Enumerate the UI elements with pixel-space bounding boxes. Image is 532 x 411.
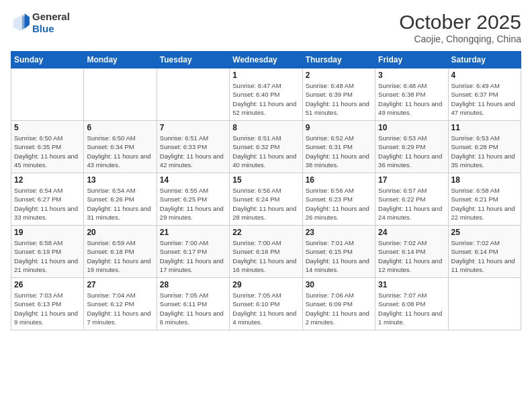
day-info: Sunrise: 6:56 AM Sunset: 6:24 PM Dayligh… <box>232 186 299 222</box>
day-cell: 10Sunrise: 6:53 AM Sunset: 6:29 PM Dayli… <box>375 121 448 173</box>
day-number: 22 <box>232 228 299 237</box>
day-number: 5 <box>14 123 81 132</box>
day-info: Sunrise: 7:05 AM Sunset: 6:10 PM Dayligh… <box>232 291 299 326</box>
day-cell: 25Sunrise: 7:02 AM Sunset: 6:14 PM Dayli… <box>448 226 521 278</box>
day-info: Sunrise: 7:04 AM Sunset: 6:12 PM Dayligh… <box>87 291 153 326</box>
day-cell: 20Sunrise: 6:59 AM Sunset: 6:18 PM Dayli… <box>84 226 157 278</box>
day-info: Sunrise: 6:49 AM Sunset: 6:37 PM Dayligh… <box>451 81 518 117</box>
day-info: Sunrise: 7:01 AM Sunset: 6:15 PM Dayligh… <box>306 238 372 274</box>
day-number: 6 <box>87 123 153 132</box>
day-number: 1 <box>232 71 299 80</box>
day-info: Sunrise: 6:53 AM Sunset: 6:28 PM Dayligh… <box>451 134 518 169</box>
day-header-saturday: Saturday <box>448 52 521 68</box>
day-info: Sunrise: 6:53 AM Sunset: 6:29 PM Dayligh… <box>378 134 445 169</box>
day-number: 16 <box>306 175 372 185</box>
day-cell: 11Sunrise: 6:53 AM Sunset: 6:28 PM Dayli… <box>448 121 521 173</box>
day-cell: 31Sunrise: 7:07 AM Sunset: 6:08 PM Dayli… <box>375 278 448 330</box>
day-number: 11 <box>451 123 518 132</box>
day-info: Sunrise: 6:51 AM Sunset: 6:33 PM Dayligh… <box>160 134 226 169</box>
day-cell: 28Sunrise: 7:05 AM Sunset: 6:11 PM Dayli… <box>157 278 229 330</box>
day-header-wednesday: Wednesday <box>230 52 302 68</box>
day-number: 26 <box>14 280 81 289</box>
day-info: Sunrise: 7:06 AM Sunset: 6:09 PM Dayligh… <box>306 291 372 326</box>
day-cell: 1Sunrise: 6:47 AM Sunset: 6:40 PM Daylig… <box>230 68 302 121</box>
day-number: 30 <box>306 280 372 289</box>
calendar-table: SundayMondayTuesdayWednesdayThursdayFrid… <box>11 51 521 330</box>
week-row-1: 5Sunrise: 6:50 AM Sunset: 6:35 PM Daylig… <box>11 121 521 173</box>
day-cell: 13Sunrise: 6:54 AM Sunset: 6:26 PM Dayli… <box>84 173 157 226</box>
day-number: 17 <box>378 175 445 185</box>
subtitle: Caojie, Chongqing, China <box>399 34 521 44</box>
week-row-2: 12Sunrise: 6:54 AM Sunset: 6:27 PM Dayli… <box>11 173 521 226</box>
day-number: 24 <box>378 228 445 237</box>
day-info: Sunrise: 6:51 AM Sunset: 6:32 PM Dayligh… <box>232 134 299 169</box>
day-cell <box>448 278 521 330</box>
day-info: Sunrise: 6:50 AM Sunset: 6:34 PM Dayligh… <box>87 134 153 169</box>
week-row-3: 19Sunrise: 6:58 AM Sunset: 6:19 PM Dayli… <box>11 226 521 278</box>
day-cell: 16Sunrise: 6:56 AM Sunset: 6:23 PM Dayli… <box>302 173 375 226</box>
day-cell: 29Sunrise: 7:05 AM Sunset: 6:10 PM Dayli… <box>230 278 302 330</box>
day-number: 21 <box>160 228 226 237</box>
day-header-monday: Monday <box>84 52 157 68</box>
day-cell: 15Sunrise: 6:56 AM Sunset: 6:24 PM Dayli… <box>230 173 302 226</box>
day-info: Sunrise: 7:02 AM Sunset: 6:14 PM Dayligh… <box>378 238 445 274</box>
header: General Blue October 2025 Caojie, Chongq… <box>11 11 521 44</box>
day-info: Sunrise: 6:52 AM Sunset: 6:31 PM Dayligh… <box>306 134 372 169</box>
day-cell <box>11 68 84 121</box>
day-number: 9 <box>306 123 372 132</box>
month-title: October 2025 <box>399 11 521 34</box>
logo-line1: General <box>32 11 70 23</box>
day-number: 12 <box>14 175 81 185</box>
day-cell <box>157 68 229 121</box>
day-cell: 23Sunrise: 7:01 AM Sunset: 6:15 PM Dayli… <box>302 226 375 278</box>
day-info: Sunrise: 7:02 AM Sunset: 6:14 PM Dayligh… <box>451 238 518 274</box>
day-number: 3 <box>378 71 445 80</box>
day-number: 28 <box>160 280 226 289</box>
day-info: Sunrise: 6:48 AM Sunset: 6:38 PM Dayligh… <box>378 81 445 117</box>
day-cell: 14Sunrise: 6:55 AM Sunset: 6:25 PM Dayli… <box>157 173 229 226</box>
day-number: 15 <box>232 175 299 185</box>
day-info: Sunrise: 6:54 AM Sunset: 6:26 PM Dayligh… <box>87 186 153 222</box>
day-info: Sunrise: 6:59 AM Sunset: 6:18 PM Dayligh… <box>87 238 153 274</box>
day-number: 27 <box>87 280 153 289</box>
day-info: Sunrise: 7:03 AM Sunset: 6:13 PM Dayligh… <box>14 291 81 326</box>
day-header-tuesday: Tuesday <box>157 52 229 68</box>
calendar-body: 1Sunrise: 6:47 AM Sunset: 6:40 PM Daylig… <box>11 68 521 330</box>
day-info: Sunrise: 6:54 AM Sunset: 6:27 PM Dayligh… <box>14 186 81 222</box>
day-info: Sunrise: 6:55 AM Sunset: 6:25 PM Dayligh… <box>160 186 226 222</box>
day-cell: 3Sunrise: 6:48 AM Sunset: 6:38 PM Daylig… <box>375 68 448 121</box>
day-number: 7 <box>160 123 226 132</box>
logo-line2: Blue <box>32 23 70 35</box>
day-number: 14 <box>160 175 226 185</box>
day-number: 31 <box>378 280 445 289</box>
day-number: 20 <box>87 228 153 237</box>
day-number: 10 <box>378 123 445 132</box>
day-number: 8 <box>232 123 299 132</box>
week-row-0: 1Sunrise: 6:47 AM Sunset: 6:40 PM Daylig… <box>11 68 521 121</box>
day-cell: 8Sunrise: 6:51 AM Sunset: 6:32 PM Daylig… <box>230 121 302 173</box>
day-info: Sunrise: 7:00 AM Sunset: 6:17 PM Dayligh… <box>160 238 226 274</box>
day-cell: 24Sunrise: 7:02 AM Sunset: 6:14 PM Dayli… <box>375 226 448 278</box>
day-cell: 22Sunrise: 7:00 AM Sunset: 6:16 PM Dayli… <box>230 226 302 278</box>
day-number: 2 <box>306 71 372 80</box>
day-number: 4 <box>451 71 518 80</box>
logo: General Blue <box>11 11 70 35</box>
day-cell: 6Sunrise: 6:50 AM Sunset: 6:34 PM Daylig… <box>84 121 157 173</box>
calendar-header: SundayMondayTuesdayWednesdayThursdayFrid… <box>11 52 521 68</box>
day-cell: 7Sunrise: 6:51 AM Sunset: 6:33 PM Daylig… <box>157 121 229 173</box>
day-cell <box>84 68 157 121</box>
day-info: Sunrise: 6:57 AM Sunset: 6:22 PM Dayligh… <box>378 186 445 222</box>
day-info: Sunrise: 6:47 AM Sunset: 6:40 PM Dayligh… <box>232 81 299 117</box>
day-info: Sunrise: 7:05 AM Sunset: 6:11 PM Dayligh… <box>160 291 226 326</box>
day-header-sunday: Sunday <box>11 52 84 68</box>
day-info: Sunrise: 7:07 AM Sunset: 6:08 PM Dayligh… <box>378 291 445 326</box>
day-cell: 30Sunrise: 7:06 AM Sunset: 6:09 PM Dayli… <box>302 278 375 330</box>
day-number: 13 <box>87 175 153 185</box>
day-number: 25 <box>451 228 518 237</box>
day-headers-row: SundayMondayTuesdayWednesdayThursdayFrid… <box>11 52 521 68</box>
day-cell: 2Sunrise: 6:48 AM Sunset: 6:39 PM Daylig… <box>302 68 375 121</box>
day-info: Sunrise: 7:00 AM Sunset: 6:16 PM Dayligh… <box>232 238 299 274</box>
day-cell: 12Sunrise: 6:54 AM Sunset: 6:27 PM Dayli… <box>11 173 84 226</box>
logo-text: General Blue <box>32 11 70 35</box>
day-header-thursday: Thursday <box>302 52 375 68</box>
